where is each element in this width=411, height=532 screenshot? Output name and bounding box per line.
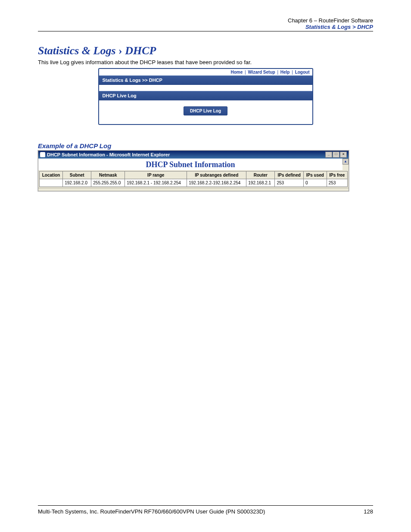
nav-help[interactable]: Help (280, 70, 290, 75)
subnet-table: Location Subnet Netmask IP range IP subr… (39, 171, 348, 187)
col-ips-free: IPs free (327, 171, 347, 179)
maximize-button[interactable]: □ (333, 152, 339, 158)
cell-ips-defined: 253 (275, 179, 304, 187)
col-location: Location (40, 171, 63, 179)
scroll-up-button[interactable]: ▲ (342, 159, 349, 165)
app-content: DHCP Live Log (99, 100, 312, 124)
app-breadcrumb: Statistics & Logs >> DHCP (99, 75, 312, 85)
footer-rule (38, 505, 373, 506)
col-subnet: Subnet (63, 171, 91, 179)
col-ips-used: IPs used (304, 171, 327, 179)
cell-netmask: 255.255.255.0 (91, 179, 125, 187)
header-rule (38, 31, 373, 31)
close-button[interactable]: × (340, 152, 347, 158)
title-main: Statistics & Logs (38, 44, 116, 57)
table-header-row: Location Subnet Netmask IP range IP subr… (40, 171, 348, 179)
nav-wizard[interactable]: Wizard Setup (248, 70, 275, 75)
page-title: Statistics & Logs › DHCP (38, 44, 373, 57)
page-footer: Multi-Tech Systems, Inc. RouteFinderVPN … (38, 504, 373, 515)
nav-home[interactable]: Home (230, 70, 243, 75)
browser-titlebar: DHCP Subnet Information - Microsoft Inte… (38, 151, 349, 159)
table-row: 192.168.2.0 255.255.255.0 192.168.2.1 - … (40, 179, 348, 187)
browser-window: DHCP Subnet Information - Microsoft Inte… (38, 150, 349, 191)
browser-body: DHCP Subnet Information ▲ Location Subne… (38, 159, 349, 191)
app-section-header: DHCP Live Log (99, 91, 312, 100)
dhcp-live-log-button[interactable]: DHCP Live Log (184, 106, 227, 115)
cell-ips-used: 0 (304, 179, 327, 187)
window-title: DHCP Subnet Information - Microsoft Inte… (47, 152, 170, 157)
cell-subnet: 192.168.2.0 (63, 179, 91, 187)
example-heading: Example of a DHCP Log (38, 142, 373, 149)
minimize-button[interactable]: _ (325, 152, 332, 158)
cell-subranges: 192.168.2.2-192.168.2.254 (187, 179, 246, 187)
cell-ips-free: 253 (327, 179, 347, 187)
nav-logout[interactable]: Logout (295, 70, 310, 75)
app-panel: Home | Wizard Setup | Help | Logout Stat… (98, 68, 313, 125)
app-topbar: Home | Wizard Setup | Help | Logout (99, 69, 312, 75)
header-breadcrumb: Statistics & Logs > DHCP (38, 24, 373, 30)
col-netmask: Netmask (91, 171, 125, 179)
footer-text: Multi-Tech Systems, Inc. RouteFinderVPN … (38, 508, 265, 515)
page-header: Chapter 6 – RouteFinder Software Statist… (38, 17, 373, 30)
cell-router: 192.168.2.1 (246, 179, 275, 187)
col-subranges: IP subranges defined (187, 171, 246, 179)
title-separator: › (118, 44, 122, 57)
cell-location (40, 179, 63, 187)
chapter-label: Chapter 6 – RouteFinder Software (38, 17, 373, 24)
subnet-info-heading: DHCP Subnet Information ▲ (38, 159, 349, 170)
window-controls: _ □ × (325, 152, 347, 158)
title-sub: DHCP (125, 44, 156, 57)
col-iprange: IP range (125, 171, 187, 179)
page-number: 128 (364, 508, 373, 515)
ie-icon (40, 152, 45, 157)
intro-text: This live Log gives information about th… (38, 59, 373, 65)
col-router: Router (246, 171, 275, 179)
col-ips-defined: IPs defined (275, 171, 304, 179)
cell-iprange: 192.168.2.1 - 192.168.2.254 (125, 179, 187, 187)
browser-statusbar (38, 188, 349, 191)
